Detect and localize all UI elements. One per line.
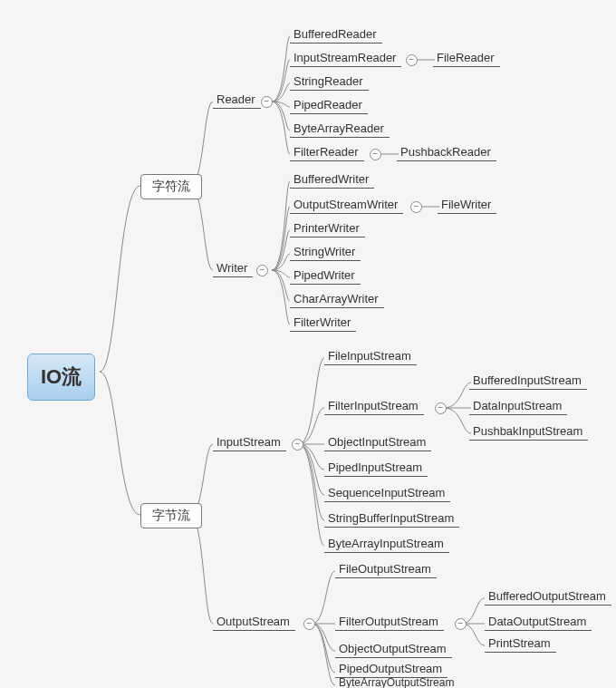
node-reader[interactable]: Reader [213, 91, 261, 109]
node-dataoutputstream[interactable]: DataOutputStream [485, 613, 592, 631]
node-inputstream[interactable]: InputStream [213, 433, 286, 451]
node-filterwriter[interactable]: FilterWriter [290, 314, 356, 332]
node-filterreader[interactable]: FilterReader [290, 143, 364, 161]
node-bufferedwriter[interactable]: BufferedWriter [290, 170, 374, 189]
node-pipedreader[interactable]: PipedReader [290, 96, 368, 114]
node-pipedwriter[interactable]: PipedWriter [290, 266, 361, 285]
node-stringwriter[interactable]: StringWriter [290, 243, 361, 261]
root-node[interactable]: IO流 [27, 354, 95, 401]
char-stream-label: 字符流 [152, 179, 190, 193]
node-bytearrayoutputstream[interactable]: ByteArrayOutputStream [335, 674, 459, 688]
node-objectinputstream[interactable]: ObjectInputStream [324, 433, 431, 451]
node-bufferedinputstream[interactable]: BufferedInputStream [469, 372, 587, 390]
writer-label: Writer [217, 261, 247, 275]
node-inputstreamreader[interactable]: InputStreamReader [290, 49, 401, 67]
collapse-outputstream[interactable]: − [303, 618, 315, 630]
collapse-reader[interactable]: − [261, 96, 273, 108]
collapse-writer[interactable]: − [256, 265, 268, 276]
node-outputstream[interactable]: OutputStream [213, 613, 295, 631]
root-label: IO流 [41, 365, 82, 388]
inputstream-label: InputStream [217, 435, 281, 449]
node-objectoutputstream[interactable]: ObjectOutputStream [335, 640, 452, 658]
node-fileoutputstream[interactable]: FileOutputStream [335, 560, 437, 578]
node-filewriter[interactable]: FileWriter [438, 196, 496, 214]
collapse-filterinputstream[interactable]: − [435, 402, 447, 414]
node-printstream[interactable]: PrintStream [485, 635, 556, 653]
node-datainputstream[interactable]: DataInputStream [469, 397, 567, 415]
node-bytearrayreader[interactable]: ByteArrayReader [290, 120, 390, 138]
node-filteroutputstream[interactable]: FilterOutputStream [335, 613, 444, 631]
mindmap-canvas: IO流 字符流 字节流 Reader − Writer − BufferedRe… [0, 0, 616, 688]
node-chararraywriter[interactable]: CharArrayWriter [290, 290, 384, 308]
node-stringreader[interactable]: StringReader [290, 73, 369, 91]
collapse-inputstreamreader[interactable]: − [406, 54, 418, 66]
node-stringbufferinputstream[interactable]: StringBufferInputStream [324, 509, 459, 528]
node-filterinputstream[interactable]: FilterInputStream [324, 397, 424, 415]
collapse-filterreader[interactable]: − [370, 149, 381, 160]
node-bufferedoutputstream[interactable]: BufferedOutputStream [485, 587, 611, 606]
node-bytearrayinputstream[interactable]: ByteArrayInputStream [324, 535, 449, 553]
node-sequenceinputstream[interactable]: SequenceInputStream [324, 484, 450, 502]
collapse-inputstream[interactable]: − [292, 439, 303, 451]
node-outputstreamwriter[interactable]: OutputStreamWriter [290, 196, 403, 214]
node-fileinputstream[interactable]: FileInputStream [324, 347, 417, 365]
collapse-outputstreamwriter[interactable]: − [410, 201, 422, 213]
node-pushbackreader[interactable]: PushbackReader [397, 143, 496, 161]
node-printerwriter[interactable]: PrinterWriter [290, 219, 365, 237]
node-pushbakinputstream[interactable]: PushbakInputStream [469, 422, 588, 441]
node-writer[interactable]: Writer [213, 259, 253, 277]
node-char-stream[interactable]: 字符流 [140, 174, 202, 199]
outputstream-label: OutputStream [217, 615, 290, 628]
node-pipedinputstream[interactable]: PipedInputStream [324, 459, 428, 477]
byte-stream-label: 字节流 [152, 508, 190, 522]
node-byte-stream[interactable]: 字节流 [140, 503, 202, 528]
collapse-filteroutputstream[interactable]: − [455, 618, 467, 630]
reader-label: Reader [217, 92, 255, 106]
node-filereader[interactable]: FileReader [433, 49, 500, 67]
node-bufferedreader[interactable]: BufferedReader [290, 25, 382, 44]
